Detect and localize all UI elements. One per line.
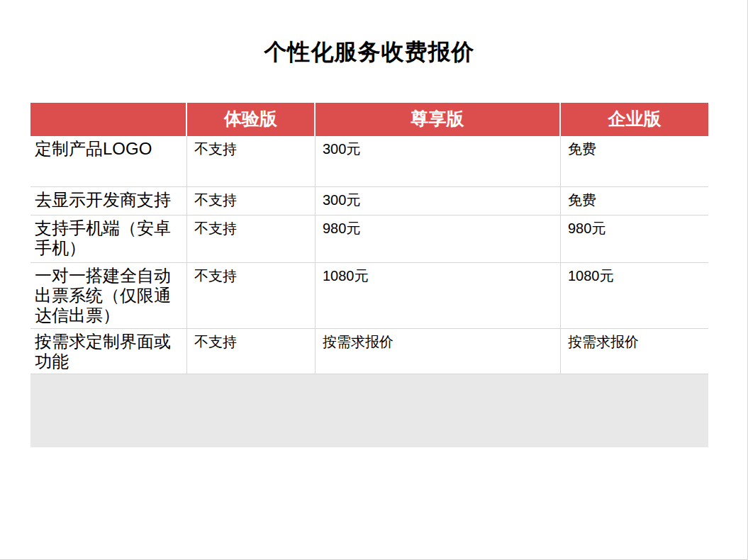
premium-cell: 300元 [316, 136, 561, 186]
table-row: 定制产品LOGO 不支持 300元 免费 [30, 136, 708, 187]
premium-cell: 1080元 [316, 263, 561, 328]
feature-cell: 定制产品LOGO [30, 136, 187, 186]
enterprise-cell: 免费 [561, 187, 708, 215]
pricing-table: 体验版 尊享版 企业版 定制产品LOGO 不支持 300元 免费 去显示开发商支… [30, 103, 708, 447]
feature-cell: 支持手机端（安卓手机） [30, 215, 187, 262]
enterprise-cell: 按需求报价 [561, 329, 708, 374]
feature-cell: 按需求定制界面或功能 [30, 329, 187, 374]
feature-cell: 去显示开发商支持 [30, 187, 187, 215]
header-cell-premium: 尊享版 [316, 103, 561, 136]
table-row: 一对一搭建全自动出票系统（仅限通达信出票） 不支持 1080元 1080元 [30, 263, 708, 329]
trial-cell: 不支持 [187, 215, 316, 262]
premium-cell: 按需求报价 [316, 329, 561, 374]
table-header-row: 体验版 尊享版 企业版 [30, 103, 708, 136]
header-cell-trial: 体验版 [187, 103, 316, 136]
trial-cell: 不支持 [187, 263, 316, 328]
trial-cell: 不支持 [187, 329, 316, 374]
table-row: 按需求定制界面或功能 不支持 按需求报价 按需求报价 [30, 329, 708, 374]
enterprise-cell: 1080元 [561, 263, 708, 328]
table-row: 去显示开发商支持 不支持 300元 免费 [30, 187, 708, 215]
premium-cell: 980元 [316, 215, 561, 262]
premium-cell: 300元 [316, 187, 561, 215]
page-title: 个性化服务收费报价 [30, 37, 708, 68]
page: 个性化服务收费报价 体验版 尊享版 企业版 定制产品LOGO 不支持 300元 … [0, 0, 748, 560]
table-row: 支持手机端（安卓手机） 不支持 980元 980元 [30, 215, 708, 263]
trial-cell: 不支持 [187, 187, 316, 215]
feature-cell: 一对一搭建全自动出票系统（仅限通达信出票） [30, 263, 187, 328]
header-cell-enterprise: 企业版 [561, 103, 708, 136]
header-cell-feature [30, 103, 187, 136]
enterprise-cell: 免费 [561, 136, 708, 186]
footer-spacer-block [30, 374, 708, 447]
trial-cell: 不支持 [187, 136, 316, 186]
enterprise-cell: 980元 [561, 215, 708, 262]
